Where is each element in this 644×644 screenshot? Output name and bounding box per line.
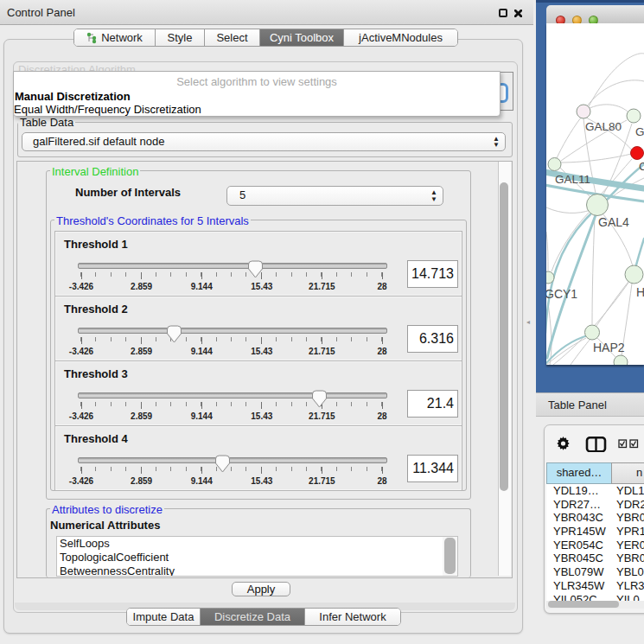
svg-text:GAL11: GAL11	[555, 173, 590, 186]
svg-text:GCY1: GCY1	[546, 287, 577, 301]
svg-text:GAL4: GAL4	[598, 215, 629, 229]
svg-text:C: C	[639, 160, 644, 173]
svg-text:GAL80: GAL80	[585, 120, 622, 133]
svg-text:GA: GA	[635, 125, 644, 138]
svg-text:H: H	[636, 285, 644, 299]
svg-text:HAP2: HAP2	[593, 341, 625, 354]
